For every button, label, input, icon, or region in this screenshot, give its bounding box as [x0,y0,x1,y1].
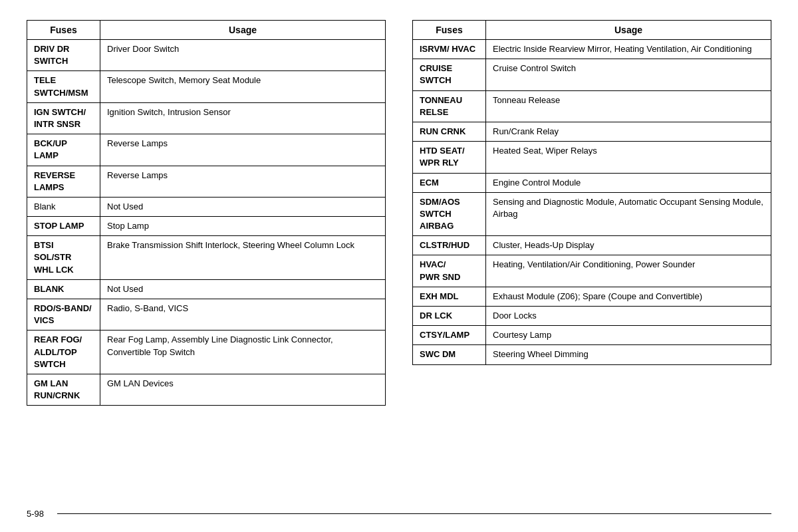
fuse-cell: REVERSE LAMPS [27,166,100,197]
table-row: BLANKNot Used [27,279,386,299]
table-row: TONNEAU RELSETonneau Release [413,90,771,122]
table-row: ECMEngine Control Module [413,173,771,192]
fuse-cell: TELE SWTCH/MSM [27,71,100,102]
fuse-cell: RUN CRNK [413,122,486,141]
left-header-fuses: Fuses [27,21,100,40]
fuse-cell: CTSY/LAMP [413,326,486,345]
right-header-fuses: Fuses [413,21,486,40]
fuse-cell: ISRVM/ HVAC [413,40,486,59]
table-row: ISRVM/ HVACElectric Inside Rearview Mirr… [413,40,771,59]
table-row: HVAC/ PWR SNDHeating, Ventilation/Air Co… [413,255,771,287]
fuse-cell: CRUISE SWTCH [413,59,486,90]
fuse-cell: TONNEAU RELSE [413,90,486,122]
fuse-cell: EXH MDL [413,287,486,306]
right-fuse-table: Fuses Usage ISRVM/ HVACElectric Inside R… [412,20,771,365]
usage-cell: Steering Wheel Dimming [486,345,771,364]
table-row: TELE SWTCH/MSMTelescope Switch, Memory S… [27,71,386,102]
table-row: REVERSE LAMPSReverse Lamps [27,166,386,197]
usage-cell: Rear Fog Lamp, Assembly Line Diagnostic … [100,331,386,374]
usage-cell: Tonneau Release [486,90,771,122]
usage-cell: Heating, Ventilation/Air Conditioning, P… [486,255,771,287]
table-row: RDO/S-BAND/ VICSRadio, S-Band, VICS [27,299,386,331]
fuse-cell: HTD SEAT/ WPR RLY [413,142,486,173]
usage-cell: Sensing and Diagnostic Module, Automatic… [486,192,771,236]
table-row: BCK/UP LAMPReverse Lamps [27,134,386,166]
usage-cell: Cruise Control Switch [486,59,771,90]
table-row: CLSTR/HUDCluster, Heads-Up Display [413,236,771,255]
usage-cell: Cluster, Heads-Up Display [486,236,771,255]
fuse-cell: HVAC/ PWR SND [413,255,486,287]
table-row: IGN SWTCH/ INTR SNSRIgnition Switch, Int… [27,102,386,134]
table-row: DR LCKDoor Locks [413,307,771,326]
table-row: HTD SEAT/ WPR RLYHeated Seat, Wiper Rela… [413,142,771,173]
right-header-usage: Usage [486,21,771,40]
footer-divider [57,513,771,515]
table-row: BlankNot Used [27,197,386,216]
usage-cell: Run/Crank Relay [486,122,771,141]
usage-cell: Engine Control Module [486,173,771,192]
fuse-cell: GM LAN RUN/CRNK [27,374,100,405]
fuse-cell: IGN SWTCH/ INTR SNSR [27,102,100,134]
table-row: CRUISE SWTCHCruise Control Switch [413,59,771,90]
fuse-cell: BLANK [27,279,100,299]
fuse-cell: ECM [413,173,486,192]
usage-cell: Telescope Switch, Memory Seat Module [100,71,386,102]
usage-cell: Stop Lamp [100,217,386,236]
fuse-cell: BCK/UP LAMP [27,134,100,166]
fuse-cell: SWC DM [413,345,486,364]
fuse-cell: DRIV DR SWITCH [27,40,100,71]
fuse-cell: Blank [27,197,100,216]
table-row: CTSY/LAMPCourtesy Lamp [413,326,771,345]
usage-cell: GM LAN Devices [100,374,386,405]
usage-cell: Driver Door Switch [100,40,386,71]
usage-cell: Exhaust Module (Z06); Spare (Coupe and C… [486,287,771,306]
usage-cell: Electric Inside Rearview Mirror, Heating… [486,40,771,59]
fuse-cell: STOP LAMP [27,217,100,236]
table-row: EXH MDLExhaust Module (Z06); Spare (Coup… [413,287,771,306]
fuse-cell: DR LCK [413,307,486,326]
table-row: SWC DMSteering Wheel Dimming [413,345,771,364]
table-row: DRIV DR SWITCHDriver Door Switch [27,40,386,71]
usage-cell: Reverse Lamps [100,134,386,166]
usage-cell: Radio, S-Band, VICS [100,299,386,331]
usage-cell: Ignition Switch, Intrusion Sensor [100,102,386,134]
left-fuse-table: Fuses Usage DRIV DR SWITCHDriver Door Sw… [27,20,386,406]
table-row: RUN CRNKRun/Crank Relay [413,122,771,141]
usage-cell: Not Used [100,197,386,216]
usage-cell: Reverse Lamps [100,166,386,197]
page-container: Fuses Usage DRIV DR SWITCHDriver Door Sw… [0,0,798,532]
table-row: REAR FOG/ ALDL/TOP SWTCHRear Fog Lamp, A… [27,331,386,374]
usage-cell: Heated Seat, Wiper Relays [486,142,771,173]
usage-cell: Brake Transmission Shift Interlock, Stee… [100,236,386,280]
usage-cell: Door Locks [486,307,771,326]
usage-cell: Not Used [100,279,386,299]
page-footer: 5-98 [27,499,771,519]
left-header-usage: Usage [100,21,386,40]
fuse-cell: RDO/S-BAND/ VICS [27,299,100,331]
tables-row: Fuses Usage DRIV DR SWITCHDriver Door Sw… [27,20,771,492]
usage-cell: Courtesy Lamp [486,326,771,345]
table-row: BTSI SOL/STR WHL LCKBrake Transmission S… [27,236,386,280]
fuse-cell: CLSTR/HUD [413,236,486,255]
right-table-wrapper: Fuses Usage ISRVM/ HVACElectric Inside R… [412,20,771,492]
fuse-cell: BTSI SOL/STR WHL LCK [27,236,100,280]
page-number: 5-98 [27,509,57,519]
table-row: STOP LAMPStop Lamp [27,217,386,236]
table-row: SDM/AOS SWTCH AIRBAGSensing and Diagnost… [413,192,771,236]
fuse-cell: SDM/AOS SWTCH AIRBAG [413,192,486,236]
fuse-cell: REAR FOG/ ALDL/TOP SWTCH [27,331,100,374]
table-row: GM LAN RUN/CRNKGM LAN Devices [27,374,386,405]
left-table-wrapper: Fuses Usage DRIV DR SWITCHDriver Door Sw… [27,20,386,492]
